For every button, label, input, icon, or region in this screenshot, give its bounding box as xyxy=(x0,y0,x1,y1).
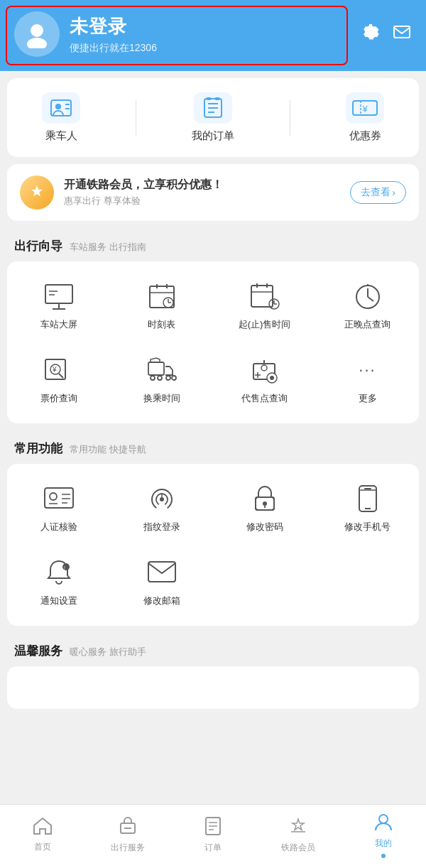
membership-subtitle: 惠享出行 尊享体验 xyxy=(64,195,340,207)
nav-item-home[interactable]: 首页 xyxy=(0,817,85,853)
svg-rect-12 xyxy=(215,97,219,100)
change-password-icon xyxy=(246,482,283,515)
passenger-icon xyxy=(42,92,80,124)
price-query-label: 票价查询 xyxy=(40,392,77,405)
grid-item-timetable[interactable]: 时刻表 xyxy=(110,268,213,342)
nav-item-travel[interactable]: 出行服务 xyxy=(85,816,170,854)
svg-point-48 xyxy=(261,365,267,371)
change-email-icon xyxy=(143,556,180,589)
quick-action-orders[interactable]: 我的订单 xyxy=(192,92,234,143)
svg-point-43 xyxy=(151,376,155,380)
agency-icon xyxy=(246,354,283,386)
nav-item-orders[interactable]: 订单 xyxy=(170,816,256,854)
more-icon: ··· xyxy=(349,354,386,386)
coupons-icon: ¥ xyxy=(346,92,384,124)
membership-banner: 开通铁路会员，立享积分优惠！ 惠享出行 尊享体验 去查看 › xyxy=(7,164,419,221)
warm-section xyxy=(7,666,419,709)
svg-point-55 xyxy=(50,493,57,500)
quick-actions-card: 乘车人 我的订单 xyxy=(7,78,419,157)
common-title: 常用功能 xyxy=(14,440,62,457)
warm-section-header: 温馨服务 暖心服务 旅行助手 xyxy=(0,633,426,666)
message-icon[interactable] xyxy=(392,23,412,45)
svg-rect-20 xyxy=(150,286,174,308)
id-verify-label: 人证核验 xyxy=(40,521,77,533)
sale-time-label: 起(止)售时间 xyxy=(239,318,291,331)
transfer-label: 换乘时间 xyxy=(143,392,180,405)
nav-item-membership[interactable]: 铁路会员 xyxy=(256,816,341,854)
passenger-label: 乘车人 xyxy=(45,129,77,143)
grid-item-fingerprint[interactable]: 指纹登录 xyxy=(110,471,213,545)
transfer-icon xyxy=(143,354,180,386)
notification-icon: ! xyxy=(40,556,77,589)
station-screen-label: 车站大屏 xyxy=(40,318,77,331)
header-subtitle: 便捷出行就在12306 xyxy=(70,42,157,55)
timetable-label: 时刻表 xyxy=(148,318,175,331)
grid-item-price-query[interactable]: ¥ 票价查询 xyxy=(7,342,110,416)
grid-item-punctuality[interactable]: 正晚点查询 xyxy=(316,268,419,342)
orders-nav-icon xyxy=(203,816,223,839)
guide-title: 出行向导 xyxy=(14,238,62,254)
grid-item-agency[interactable]: 代售点查询 xyxy=(213,342,316,416)
settings-icon[interactable] xyxy=(361,23,381,45)
quick-action-coupons[interactable]: ¥ 优惠券 xyxy=(346,92,384,143)
price-query-icon: ¥ xyxy=(40,354,77,386)
svg-point-63 xyxy=(263,501,267,506)
nav-mine-label: 我的 xyxy=(375,837,392,850)
svg-rect-15 xyxy=(45,285,72,303)
grid-item-id-verify[interactable]: 人证核验 xyxy=(7,471,110,545)
grid-item-change-password[interactable]: 修改密码 xyxy=(213,471,316,545)
svg-line-36 xyxy=(368,297,373,301)
svg-point-1 xyxy=(27,38,47,48)
sale-time-icon xyxy=(246,280,283,313)
punctuality-icon xyxy=(349,280,386,313)
membership-icon xyxy=(20,175,54,210)
divider1 xyxy=(136,100,136,136)
svg-point-78 xyxy=(379,815,388,823)
grid-item-change-email[interactable]: 修改邮箱 xyxy=(110,545,213,619)
svg-text:¥: ¥ xyxy=(361,104,368,114)
id-verify-icon xyxy=(40,482,77,515)
change-phone-icon xyxy=(349,482,386,515)
avatar[interactable] xyxy=(14,11,60,57)
membership-btn[interactable]: 去查看 › xyxy=(350,181,406,204)
grid-item-notification[interactable]: ! 通知设置 xyxy=(7,545,110,619)
grid-item-sale-time[interactable]: 起(止)售时间 xyxy=(213,268,316,342)
nav-orders-label: 订单 xyxy=(204,842,222,854)
timetable-icon xyxy=(143,280,180,313)
more-label: 更多 xyxy=(359,392,377,405)
header-left: 未登录 便捷出行就在12306 xyxy=(14,11,157,57)
grid-item-more[interactable]: ··· 更多 xyxy=(316,342,419,416)
grid-item-station-screen[interactable]: 车站大屏 xyxy=(7,268,110,342)
empty-grid-space xyxy=(213,545,419,619)
nav-item-mine[interactable]: 我的 xyxy=(341,812,426,858)
common-grid: 人证核验 指纹登录 xyxy=(7,471,419,619)
bottom-nav: 首页 出行服务 订单 铁路会员 xyxy=(0,804,426,868)
membership-text: 开通铁路会员，立享积分优惠！ 惠享出行 尊享体验 xyxy=(64,178,340,207)
svg-rect-54 xyxy=(45,488,73,508)
common-subtitle: 常用功能 快捷导航 xyxy=(70,443,146,456)
guide-grid-section: 车站大屏 时刻表 xyxy=(7,261,419,423)
guide-section-header: 出行向导 车站服务 出行指南 xyxy=(0,228,426,261)
coupons-label: 优惠券 xyxy=(349,129,381,143)
fingerprint-label: 指纹登录 xyxy=(143,521,180,533)
header-title: 未登录 xyxy=(70,14,157,39)
home-nav-icon xyxy=(33,817,53,838)
nav-travel-label: 出行服务 xyxy=(111,842,145,854)
svg-point-60 xyxy=(160,497,164,501)
grid-item-change-phone[interactable]: 修改手机号 xyxy=(316,471,419,545)
quick-action-passenger[interactable]: 乘车人 xyxy=(42,92,80,143)
guide-subtitle: 车站服务 出行指南 xyxy=(70,241,146,254)
grid-item-transfer[interactable]: 换乘时间 xyxy=(110,342,213,416)
svg-point-51 xyxy=(270,376,274,380)
common-grid-section: 人证核验 指纹登录 xyxy=(7,464,419,626)
membership-title: 开通铁路会员，立享积分优惠！ xyxy=(64,178,340,192)
nav-active-dot xyxy=(381,854,386,858)
warm-subtitle: 暖心服务 旅行助手 xyxy=(70,646,146,658)
svg-line-40 xyxy=(59,374,63,378)
mine-nav-icon xyxy=(373,812,393,835)
notification-label: 通知设置 xyxy=(40,595,77,607)
svg-point-44 xyxy=(158,376,162,380)
svg-rect-71 xyxy=(148,562,175,582)
svg-point-45 xyxy=(166,376,170,380)
change-password-label: 修改密码 xyxy=(246,521,283,533)
